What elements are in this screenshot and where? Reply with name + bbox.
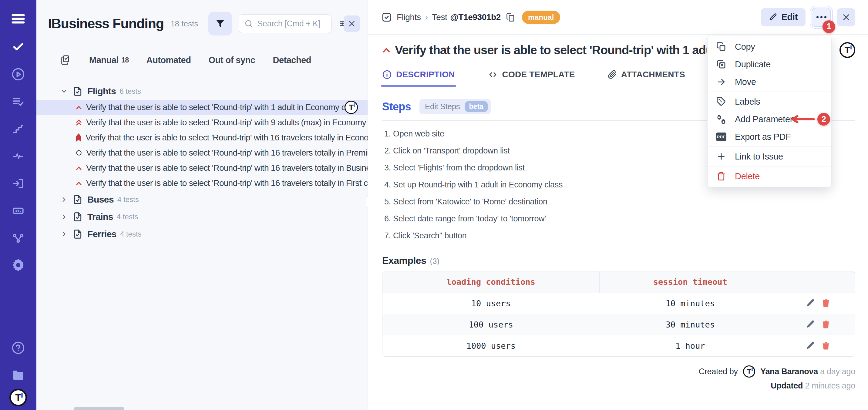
- test-row[interactable]: Verify that the user is able to select '…: [36, 115, 368, 130]
- menu-item-label: Delete: [735, 171, 760, 181]
- app-sidebar: T: [0, 0, 36, 410]
- tab-label: Automated: [147, 55, 191, 65]
- collapse-panel-button[interactable]: [344, 15, 360, 32]
- tab-label: ATTACHMENTS: [621, 70, 685, 80]
- tests-tree: Flights6 testsVerify that the user is ab…: [36, 83, 368, 243]
- tab-code-template[interactable]: CODE TEMPLATE: [488, 70, 575, 80]
- test-row[interactable]: Verify that the user is able to select '…: [36, 130, 368, 145]
- more-actions-menu: CopyDuplicateMoveLabelsAdd Parameter2PDF…: [707, 36, 832, 187]
- examples-cell: 10 minutes: [599, 293, 781, 314]
- test-row-title: Verify that the user is able to select '…: [86, 148, 368, 158]
- examples-header: Examples (3): [382, 255, 855, 266]
- edit-button-label: Edit: [781, 12, 798, 22]
- menu-icon[interactable]: [0, 4, 36, 33]
- edit-steps-button[interactable]: Edit Steps beta: [420, 99, 491, 114]
- examples-column-header: loading conditions: [382, 272, 599, 293]
- menu-item-labels[interactable]: Labels: [708, 93, 831, 111]
- suite-count: 4 tests: [117, 213, 138, 221]
- tab-label: DESCRIPTION: [396, 70, 455, 80]
- branches-icon[interactable]: [0, 224, 36, 252]
- test-row[interactable]: Verify that the user is able to select '…: [36, 100, 368, 115]
- pulse-icon[interactable]: [0, 143, 36, 170]
- delete-example-button[interactable]: [822, 320, 830, 329]
- info-icon: [382, 70, 392, 80]
- tests-filter-tab-manual[interactable]: Manual18: [89, 55, 129, 65]
- examples-row: 1000 users1 hour: [382, 335, 855, 356]
- suite-row-buses[interactable]: Buses4 tests: [36, 191, 368, 208]
- menu-item-link-to-issue[interactable]: Link to Issue: [708, 148, 831, 165]
- edit-example-button[interactable]: [806, 341, 815, 350]
- tests-check-icon[interactable]: [0, 33, 36, 61]
- suite-count: 4 tests: [120, 230, 142, 239]
- steps-icon[interactable]: [0, 115, 36, 143]
- test-row[interactable]: Verify that the user is able to select '…: [36, 160, 368, 176]
- tab-description[interactable]: DESCRIPTION: [382, 70, 455, 80]
- testomat-logo[interactable]: T: [9, 389, 27, 406]
- delete-example-button[interactable]: [822, 341, 830, 351]
- pdf-icon: PDF: [716, 132, 726, 141]
- menu-item-copy[interactable]: Copy: [708, 38, 831, 56]
- filter-button[interactable]: [208, 12, 232, 35]
- help-icon[interactable]: [0, 334, 36, 361]
- edit-example-button[interactable]: [806, 299, 815, 308]
- tests-filter-tab-detached[interactable]: Detached: [273, 55, 311, 65]
- beta-badge: beta: [465, 101, 488, 112]
- tests-filter-tab-out-of-sync[interactable]: Out of sync: [208, 55, 255, 65]
- step-item: Click 'Search" button: [393, 231, 855, 241]
- report-icon[interactable]: [0, 197, 36, 224]
- close-icon: [348, 20, 356, 28]
- priority-higher-icon: [75, 119, 83, 126]
- meta-info: Created by T Yana Baranova a day ago Upd…: [382, 365, 855, 393]
- priority-highest-icon: [75, 133, 82, 142]
- copy-id-icon[interactable]: [506, 12, 515, 23]
- menu-item-label: Duplicate: [735, 59, 771, 69]
- test-title: Verify that the user is able to select '…: [395, 43, 707, 57]
- sign-in-icon[interactable]: [0, 170, 36, 197]
- copy-icon: [716, 42, 726, 52]
- menu-item-label: Labels: [735, 97, 760, 107]
- menu-item-duplicate[interactable]: Duplicate: [708, 56, 831, 73]
- suite-row-flights[interactable]: Flights6 tests: [36, 83, 368, 100]
- trash-icon: [716, 171, 726, 181]
- examples-row: 100 users30 minutes: [382, 314, 855, 335]
- assignee-avatar: T: [839, 42, 855, 58]
- menu-item-add-parameter[interactable]: Add Parameter2: [708, 111, 831, 128]
- menu-item-delete[interactable]: Delete: [708, 167, 831, 185]
- breadcrumb-group[interactable]: Flights: [397, 12, 421, 22]
- edit-example-button[interactable]: [806, 320, 815, 329]
- delete-example-button[interactable]: [822, 298, 830, 308]
- chevron-right-icon[interactable]: [60, 213, 68, 221]
- close-detail-button[interactable]: [837, 8, 855, 26]
- tests-filter-tab-automated[interactable]: Automated: [147, 55, 191, 65]
- examples-row: 10 users10 minutes: [382, 293, 855, 314]
- chevron-right-icon[interactable]: [60, 196, 68, 203]
- tests-panel-header: IBusiness Funding 18 tests Search [Cmd +…: [48, 9, 368, 38]
- edit-button[interactable]: Edit: [761, 8, 806, 26]
- suite-row-trains[interactable]: Trains4 tests: [36, 208, 368, 225]
- tab-attachments[interactable]: ATTACHMENTS: [608, 70, 685, 80]
- checklist-icon[interactable]: [60, 55, 70, 65]
- examples-count: (3): [430, 257, 439, 266]
- menu-item-move[interactable]: Move: [708, 73, 831, 91]
- test-row-title: Verify that the user is able to select '…: [86, 133, 368, 143]
- suite-row-ferries[interactable]: Ferries4 tests: [36, 225, 368, 243]
- chevron-right-icon[interactable]: [60, 230, 68, 238]
- search-input[interactable]: Search [Cmd + K]: [239, 14, 332, 33]
- play-circle-icon[interactable]: [0, 61, 36, 88]
- horizontal-scrollbar[interactable]: [74, 407, 124, 410]
- suite-count: 6 tests: [120, 87, 141, 96]
- close-icon: [842, 13, 850, 22]
- steps-heading: Steps: [382, 100, 411, 113]
- gear-icon[interactable]: [0, 252, 36, 279]
- test-row[interactable]: Verify that the user is able to select '…: [36, 145, 368, 160]
- runs-list-icon[interactable]: [0, 88, 36, 115]
- step-item: Select from 'Katowice' to 'Rome' destina…: [393, 197, 855, 207]
- test-row[interactable]: Verify that the user is able to select '…: [36, 176, 368, 191]
- suite-count: 4 tests: [117, 195, 139, 204]
- examples-cell: 1000 users: [382, 335, 599, 356]
- ellipsis-icon: [816, 16, 827, 18]
- menu-item-export-as-pdf[interactable]: PDFExport as PDF: [708, 128, 831, 146]
- chevron-down-icon[interactable]: [60, 87, 68, 95]
- tag-icon: [716, 97, 726, 106]
- projects-folder-icon[interactable]: [0, 361, 36, 389]
